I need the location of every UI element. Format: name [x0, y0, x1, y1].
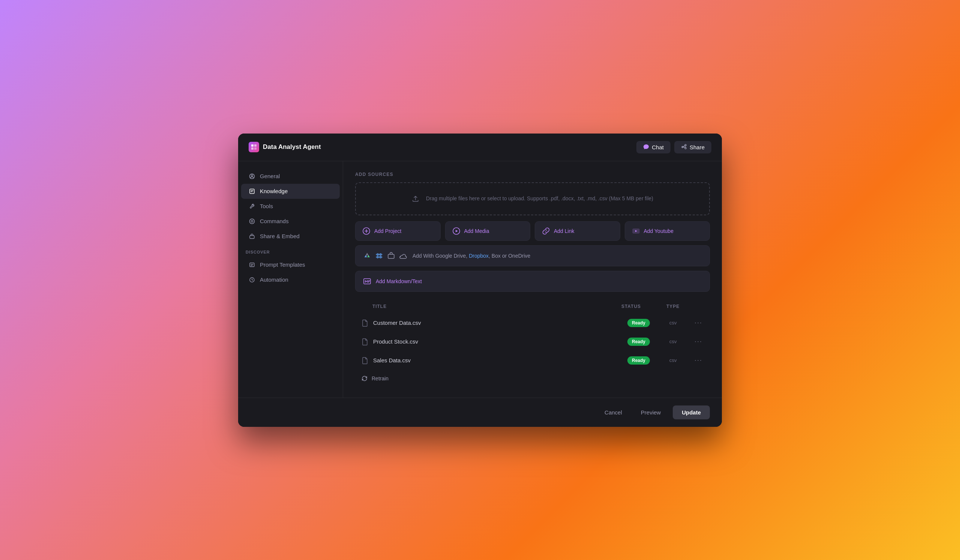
- row-1-type-cell: csv ···: [666, 319, 704, 327]
- retrain-row[interactable]: Retrain: [355, 370, 710, 387]
- dropbox-icon: [375, 252, 383, 260]
- footer: Cancel Preview Update: [238, 398, 722, 427]
- svg-rect-13: [388, 254, 394, 258]
- update-button[interactable]: Update: [673, 405, 710, 419]
- upload-area[interactable]: Drag multiple files here or select to up…: [355, 182, 710, 215]
- file-icon: [361, 357, 369, 364]
- file-icon: [361, 319, 369, 327]
- upload-icon: [412, 195, 421, 203]
- row-1-more-button[interactable]: ···: [693, 319, 704, 327]
- onedrive-icon: [399, 252, 407, 260]
- cancel-button[interactable]: Cancel: [598, 405, 629, 419]
- add-project-button[interactable]: Add Project: [355, 221, 441, 241]
- add-link-button[interactable]: Add Link: [535, 221, 620, 241]
- automation-icon: [249, 277, 255, 283]
- svg-point-7: [250, 219, 254, 224]
- row-2-more-button[interactable]: ···: [693, 338, 704, 346]
- add-project-icon: [362, 227, 371, 235]
- title-bar: Data Analyst Agent Chat Share: [238, 134, 722, 161]
- share-embed-icon: [249, 233, 255, 240]
- general-icon: [249, 173, 255, 180]
- title-actions: Chat Share: [636, 141, 711, 154]
- share-button[interactable]: Share: [674, 141, 711, 154]
- cloud-icons: [363, 252, 407, 260]
- svg-point-5: [251, 175, 253, 176]
- sidebar-label-automation: Automation: [260, 277, 288, 283]
- add-youtube-button[interactable]: Add Youtube: [625, 221, 710, 241]
- app-title: Data Analyst Agent: [263, 143, 321, 151]
- source-buttons-row: Add Project Add Media Add Link: [355, 221, 710, 241]
- sidebar-label-knowledge: Knowledge: [260, 188, 288, 194]
- row-3-type: csv: [669, 357, 677, 363]
- table-row[interactable]: Customer Data.csv Ready csv ···: [355, 314, 710, 332]
- dropbox-text: Dropbox: [469, 253, 489, 259]
- row-3-more-button[interactable]: ···: [693, 356, 704, 364]
- add-youtube-icon: [632, 227, 640, 235]
- table-row[interactable]: Sales Data.csv Ready csv ···: [355, 351, 710, 370]
- col-title: TITLE: [372, 304, 621, 309]
- row-1-type: csv: [669, 320, 677, 326]
- main-layout: General Knowledge Tools: [238, 161, 722, 398]
- chat-button[interactable]: Chat: [636, 141, 670, 154]
- table-header: TITLE STATUS TYPE: [355, 301, 710, 312]
- sidebar-item-knowledge[interactable]: Knowledge: [241, 184, 340, 199]
- row-3-type-cell: csv ···: [666, 356, 704, 364]
- row-1-status-cell: Ready: [621, 319, 666, 327]
- app-window: Data Analyst Agent Chat Share: [238, 134, 722, 427]
- svg-rect-6: [250, 189, 254, 194]
- add-media-button[interactable]: Add Media: [445, 221, 531, 241]
- row-1-status-badge: Ready: [627, 319, 650, 327]
- sidebar-label-general: General: [260, 173, 280, 179]
- svg-rect-0: [251, 144, 253, 147]
- row-1-title: Customer Data.csv: [361, 319, 621, 327]
- svg-point-8: [251, 220, 253, 222]
- sidebar-label-prompt-templates: Prompt Templates: [260, 261, 305, 268]
- row-2-filename: Product Stock.csv: [373, 338, 418, 345]
- markdown-label: Add Markdown/Text: [376, 278, 422, 284]
- markdown-icon: [363, 277, 371, 285]
- svg-rect-1: [254, 144, 256, 147]
- sidebar-item-share-embed[interactable]: Share & Embed: [241, 229, 340, 244]
- markdown-row[interactable]: Add Markdown/Text: [355, 271, 710, 292]
- file-icon: [361, 338, 369, 346]
- retrain-icon: [361, 375, 368, 382]
- sidebar-item-commands[interactable]: Commands: [241, 214, 340, 229]
- retrain-label: Retrain: [372, 376, 389, 381]
- share-icon: [681, 144, 687, 150]
- title-left: Data Analyst Agent: [249, 142, 321, 152]
- sidebar-item-prompt-templates[interactable]: Prompt Templates: [241, 257, 340, 272]
- row-2-status-badge: Ready: [627, 338, 650, 346]
- add-media-label: Add Media: [464, 228, 490, 234]
- add-project-label: Add Project: [374, 228, 401, 234]
- row-1-filename: Customer Data.csv: [373, 320, 421, 326]
- row-3-filename: Sales Data.csv: [373, 357, 411, 363]
- app-icon: [249, 142, 259, 152]
- row-2-type: csv: [669, 339, 677, 344]
- add-media-icon: [452, 227, 461, 235]
- sidebar-item-automation[interactable]: Automation: [241, 272, 340, 287]
- main-content: ADD SOURCES Drag multiple files here or …: [343, 161, 722, 398]
- add-link-label: Add Link: [554, 228, 574, 234]
- row-3-title: Sales Data.csv: [361, 357, 621, 364]
- col-type: TYPE: [666, 304, 704, 309]
- cloud-storage-row[interactable]: Add With Google Drive, Dropbox, Box or O…: [355, 245, 710, 266]
- preview-button[interactable]: Preview: [634, 405, 667, 419]
- row-2-status-cell: Ready: [621, 338, 666, 346]
- sidebar-label-tools: Tools: [260, 203, 273, 209]
- add-link-icon: [542, 227, 550, 235]
- row-3-status-badge: Ready: [627, 356, 650, 365]
- chat-icon: [643, 144, 649, 150]
- box-icon: [387, 252, 395, 260]
- svg-rect-9: [250, 263, 254, 267]
- row-3-status-cell: Ready: [621, 356, 666, 365]
- sidebar-label-share-embed: Share & Embed: [260, 233, 300, 239]
- sidebar-item-tools[interactable]: Tools: [241, 199, 340, 214]
- sidebar-item-general[interactable]: General: [241, 169, 340, 184]
- sidebar: General Knowledge Tools: [238, 161, 343, 398]
- col-status: STATUS: [621, 304, 666, 309]
- svg-rect-2: [251, 147, 253, 150]
- cloud-text: Add With Google Drive, Dropbox, Box or O…: [413, 253, 530, 259]
- table-row[interactable]: Product Stock.csv Ready csv ···: [355, 332, 710, 351]
- discover-label: DISCOVER: [238, 244, 343, 257]
- upload-placeholder-text: Drag multiple files here or select to up…: [426, 195, 653, 202]
